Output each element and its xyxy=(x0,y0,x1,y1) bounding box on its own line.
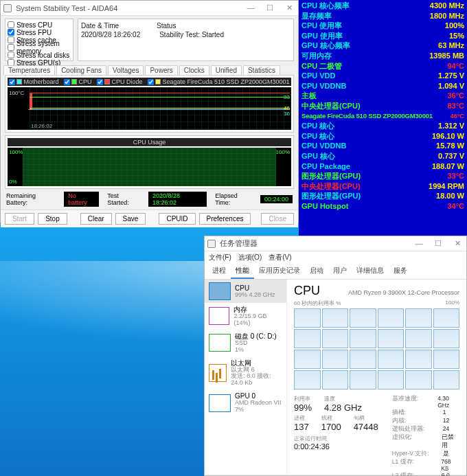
osd-row: Seagate FireCuda 510 SSD ZP2000GM3000146… xyxy=(301,111,464,122)
chart-tab[interactable]: Cooling Fans xyxy=(56,65,106,75)
status-row: Remaining Battery: No battery Test Start… xyxy=(1,192,298,209)
thumb-icon xyxy=(209,334,231,352)
preferences-button[interactable]: Preferences xyxy=(199,213,251,225)
core-grid xyxy=(294,308,459,389)
legend-item[interactable]: Seagate FireCuda 510 SSD ZP2000GM30001 xyxy=(148,78,289,85)
sidebar-item[interactable]: 内存2.2/15.9 GB (14%) xyxy=(205,303,286,330)
osd-row: GPU Hotspot34°C xyxy=(301,201,464,212)
legend-item[interactable]: Motherboard xyxy=(9,78,58,85)
button-bar: StartStopClearSaveCPUIDPreferencesClose xyxy=(1,209,298,227)
menu-item[interactable]: 选项(O) xyxy=(238,253,262,262)
cpuid-button[interactable]: CPUID xyxy=(159,213,195,225)
chart-sub-l: 60 秒内的利用率 % xyxy=(294,299,341,307)
stress-checkbox[interactable]: Stress FPU xyxy=(8,29,71,36)
osd-row: CPU VDD1.275 V xyxy=(301,71,464,81)
chart-tab[interactable]: Voltages xyxy=(108,65,144,75)
thumb-icon xyxy=(209,307,229,325)
elapsed-label: Elapsed Time: xyxy=(215,192,252,206)
tm-sidebar: CPU99% 4.28 GHz内存2.2/15.9 GB (14%)磁盘 0 (… xyxy=(205,280,287,475)
stress-checkbox[interactable]: Stress system memory xyxy=(8,44,71,51)
temp-chart: MotherboardCPUCPU DiodeSeagate FireCuda … xyxy=(5,75,294,133)
cpu-heading: CPU xyxy=(294,284,320,298)
core-cell xyxy=(433,308,460,328)
clear-button[interactable]: Clear xyxy=(80,213,112,225)
core-cell xyxy=(433,350,460,369)
col-date: Date & Time xyxy=(81,22,119,30)
watermark-text: 值 SMYZ.NET xyxy=(404,462,463,473)
tm-tab[interactable]: 性能 xyxy=(231,264,254,279)
detail-row: 插槽:1 xyxy=(392,409,459,417)
sidebar-item[interactable]: CPU99% 4.28 GHz xyxy=(205,280,286,303)
tm-tab[interactable]: 用户 xyxy=(328,264,352,279)
cpu-model: AMD Ryzen 9 3900X 12-Core Processor xyxy=(348,289,459,296)
core-cell xyxy=(322,370,349,389)
core-cell xyxy=(378,370,405,389)
stop-button[interactable]: Stop xyxy=(38,213,67,225)
tm-tab[interactable]: 服务 xyxy=(389,264,412,279)
core-cell xyxy=(294,308,321,328)
osd-row: 图形处理器(GPU)33°C xyxy=(301,171,464,181)
save-button[interactable]: Save xyxy=(115,213,146,225)
tm-tab[interactable]: 进程 xyxy=(207,264,231,279)
core-cell xyxy=(405,350,432,369)
maximize-button[interactable]: ☐ xyxy=(264,3,276,12)
chart-sub-r: 100% xyxy=(446,299,459,307)
val-36: 36 xyxy=(284,111,290,117)
tm-menu: 文件(F)选项(O)查看(V) xyxy=(205,251,466,264)
osd-row: 中央处理器(CPU)1994 RPM xyxy=(301,181,464,192)
core-cell xyxy=(405,308,432,328)
legend-item[interactable]: CPU Diode xyxy=(97,78,142,85)
chart-tab[interactable]: Unified xyxy=(211,65,242,75)
osd-row: GPU 使用率15% xyxy=(301,31,464,41)
legend-item[interactable]: CPU xyxy=(64,78,91,85)
aida-titlebar[interactable]: System Stability Test - AIDA64 — ☐ ✕ xyxy=(1,1,298,16)
started-label: Test Started: xyxy=(107,192,140,206)
chart-tab[interactable]: Powers xyxy=(145,65,177,75)
osd-row: CPU 核心频率4300 MHz xyxy=(301,1,464,11)
sidebar-item[interactable]: 以太网以太网 6发送: 8.0 接收: 24.0 Kb xyxy=(205,356,286,390)
thumb-icon xyxy=(209,364,227,382)
close-button[interactable]: ✕ xyxy=(451,239,464,248)
core-cell xyxy=(350,329,376,348)
minimize-button[interactable]: — xyxy=(413,239,425,248)
menu-item[interactable]: 查看(V) xyxy=(269,253,291,262)
osd-row: CPU 核心196.10 W xyxy=(301,131,464,141)
core-cell xyxy=(322,329,349,348)
chart-tab[interactable]: Clocks xyxy=(179,65,209,75)
stress-checkbox[interactable]: Stress local disks xyxy=(8,52,71,58)
stat: 句柄47448 xyxy=(354,414,378,432)
close-button[interactable]: ✕ xyxy=(283,3,295,12)
core-cell xyxy=(350,350,376,369)
col-status: Status xyxy=(157,22,176,30)
chart-tab[interactable]: Temperatures xyxy=(3,65,55,75)
osd-row: 中央处理器(CPU)83°C xyxy=(301,101,464,111)
tm-tab[interactable]: 应用历史记录 xyxy=(254,264,305,279)
maximize-button[interactable]: ☐ xyxy=(432,239,444,248)
osd-row: CPU 二极管94°C xyxy=(301,61,464,71)
tm-tab[interactable]: 启动 xyxy=(305,264,328,279)
aida64-window: System Stability Test - AIDA64 — ☐ ✕ Str… xyxy=(0,0,299,223)
x-time: 18:26:02 xyxy=(31,123,52,129)
cpu-usage-chart: CPU Usage 100% 0% 100% xyxy=(5,135,294,189)
started-value: 2020/8/28 18:26:02 xyxy=(148,192,207,207)
start-button: Start xyxy=(5,213,34,225)
stat: 进程137 xyxy=(294,414,309,432)
sidebar-item[interactable]: 磁盘 0 (C: D:)SSD1% xyxy=(205,330,286,356)
tm-tabs: 进程性能应用历史记录启动用户详细信息服务 xyxy=(205,264,466,280)
stat: 速度4.28 GHz xyxy=(324,395,362,413)
chart-legend: MotherboardCPUCPU DiodeSeagate FireCuda … xyxy=(8,78,291,86)
core-cell xyxy=(350,370,376,389)
y-max: 100°C xyxy=(9,90,24,96)
core-cell xyxy=(378,350,405,369)
sidebar-item[interactable]: GPU 0AMD Radeon VII7% xyxy=(205,389,286,416)
battery-value: No battery xyxy=(64,192,99,207)
menu-item[interactable]: 文件(F) xyxy=(209,253,231,262)
osd-panel: CPU 核心频率4300 MHz显存频率1800 MHzCPU 使用率100%G… xyxy=(299,0,467,236)
tm-tab[interactable]: 详细信息 xyxy=(352,264,389,279)
minimize-button[interactable]: — xyxy=(244,3,257,12)
chart-tab[interactable]: Statistics xyxy=(243,65,280,75)
core-cell xyxy=(405,370,432,389)
stress-checkbox[interactable]: Stress CPU xyxy=(8,21,71,28)
uptime-value: 0:00:24:36 xyxy=(294,442,378,451)
tm-titlebar[interactable]: 任务管理器 — ☐ ✕ xyxy=(205,236,466,251)
